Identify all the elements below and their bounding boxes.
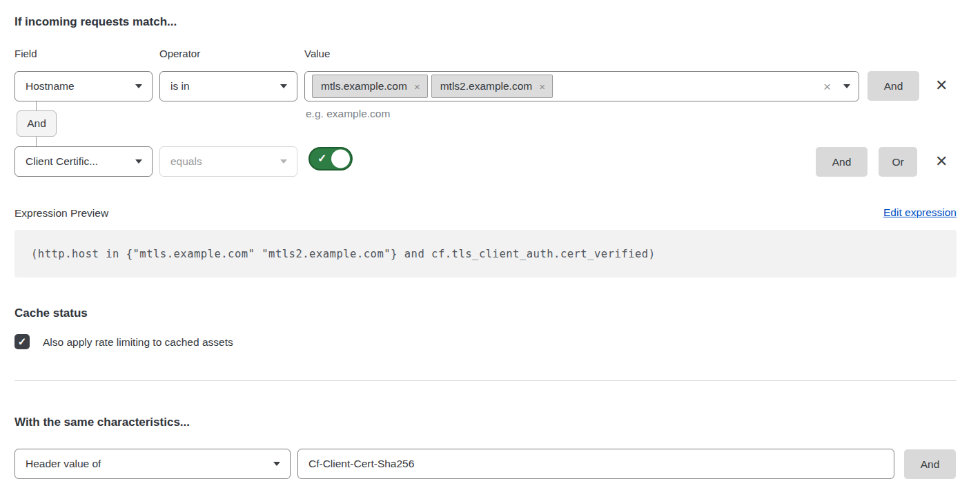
header-name-input[interactable] <box>297 449 894 479</box>
clear-all-icon[interactable]: × <box>823 80 831 93</box>
tag-remove-icon[interactable]: × <box>539 81 545 92</box>
operator-select-row2-placeholder: equals <box>170 155 273 168</box>
match-section-title: If incoming requests match... <box>14 15 177 29</box>
and-button-row2[interactable]: And <box>816 147 868 177</box>
value-tag: mtls2.example.com × <box>431 75 553 98</box>
cache-status-title: Cache status <box>14 306 88 320</box>
field-select-row2-value: Client Certific... <box>26 155 128 168</box>
connector-line-top <box>36 101 37 110</box>
characteristic-select-value: Header value of <box>26 458 266 470</box>
toggle-check-icon: ✓ <box>317 152 326 165</box>
operator-select-row1-value: is in <box>170 80 273 92</box>
value-tag-text: mtls.example.com <box>321 80 407 92</box>
value-column-label: Value <box>304 48 330 59</box>
chevron-down-icon <box>273 462 280 466</box>
chevron-down-icon <box>280 159 287 164</box>
remove-row1-icon[interactable]: ✕ <box>935 78 948 93</box>
value-helper-text: e.g. example.com <box>306 108 390 120</box>
edit-expression-link[interactable]: Edit expression <box>883 206 957 219</box>
connector-line-bottom <box>36 137 37 146</box>
tag-remove-icon[interactable]: × <box>414 81 420 92</box>
cert-verified-toggle[interactable]: ✓ <box>308 147 353 170</box>
and-button-characteristics[interactable]: And <box>904 449 956 479</box>
value-tag: mtls.example.com × <box>312 75 428 98</box>
chevron-down-icon <box>843 84 850 88</box>
chevron-down-icon <box>135 159 142 164</box>
and-button-row1[interactable]: And <box>868 71 919 101</box>
expression-code: (http.host in {"mtls.example.com" "mtls2… <box>31 248 656 260</box>
expression-preview-label: Expression Preview <box>14 207 108 220</box>
chevron-down-icon <box>135 84 142 88</box>
field-select-row1-value: Hostname <box>26 80 128 92</box>
remove-row2-icon[interactable]: ✕ <box>935 154 948 169</box>
checkbox-check-icon: ✓ <box>18 335 27 348</box>
or-button-row2[interactable]: Or <box>879 147 917 177</box>
operator-select-row2: equals <box>159 146 297 177</box>
characteristic-select[interactable]: Header value of <box>14 449 291 479</box>
field-column-label: Field <box>14 48 37 59</box>
value-tag-text: mtls2.example.com <box>440 80 533 92</box>
operator-select-row1[interactable]: is in <box>159 71 297 101</box>
connector-and-chip[interactable]: And <box>17 110 57 137</box>
section-divider <box>14 380 957 381</box>
rule-builder-panel: If incoming requests match... Field Oper… <box>0 0 980 497</box>
field-select-row2[interactable]: Client Certific... <box>14 146 153 177</box>
cached-assets-checkbox[interactable]: ✓ <box>14 334 30 349</box>
chevron-down-icon <box>280 84 287 88</box>
operator-column-label: Operator <box>159 48 200 59</box>
expression-code-block: (http.host in {"mtls.example.com" "mtls2… <box>14 230 957 277</box>
cached-assets-checkbox-label: Also apply rate limiting to cached asset… <box>43 336 233 349</box>
value-multiselect-row1[interactable]: mtls.example.com × mtls2.example.com × × <box>304 71 859 101</box>
toggle-knob <box>331 150 350 168</box>
field-select-row1[interactable]: Hostname <box>14 71 153 101</box>
characteristics-title: With the same characteristics... <box>14 416 190 429</box>
